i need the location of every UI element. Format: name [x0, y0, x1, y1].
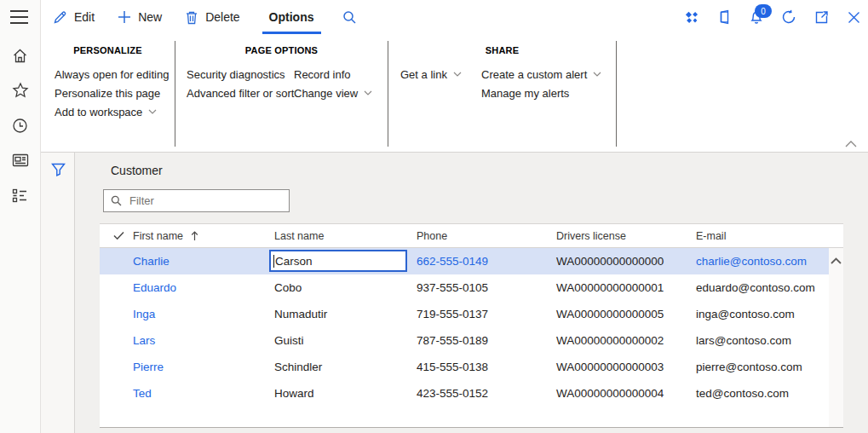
phone-cell[interactable]: 423-555-0152 [415, 387, 555, 400]
table-row[interactable]: Inga Numadutir 719-555-0137 WA0000000000… [100, 301, 843, 327]
workspace: Customer First name Last name Phone Driv… [41, 153, 868, 433]
open-in-new-window-icon[interactable] [813, 9, 829, 25]
first-name-link[interactable]: Ted [132, 387, 273, 400]
recent-clock-icon[interactable] [12, 117, 29, 134]
phone-cell[interactable]: 937-555-0105 [415, 281, 555, 294]
record-info-item[interactable]: Record info [294, 65, 372, 84]
new-label: New [138, 10, 162, 24]
last-name-edit-input[interactable]: Carson [269, 250, 407, 272]
security-diagnostics-item[interactable]: Security diagnostics [187, 65, 294, 84]
sort-ascending-arrow-icon [191, 231, 198, 241]
ribbon-divider [616, 41, 617, 147]
column-header-first-name[interactable]: First name [132, 230, 273, 242]
first-name-link[interactable]: Eduardo [132, 281, 273, 294]
scroll-up-chevron-icon[interactable] [831, 257, 842, 264]
flighting-icon[interactable] [684, 9, 699, 25]
filter-input[interactable] [128, 193, 276, 208]
email-cell[interactable]: ted@contoso.com [694, 387, 829, 400]
search-icon[interactable] [342, 10, 357, 25]
license-cell[interactable]: WA00000000000005 [555, 308, 694, 320]
first-name-link[interactable]: Charlie [132, 255, 273, 268]
column-header-drivers-license[interactable]: Drivers license [555, 230, 694, 242]
collapse-ribbon-chevron-icon[interactable] [845, 141, 857, 147]
personalize-title: PERSONALIZE [41, 44, 175, 56]
select-all-check-icon[interactable] [100, 231, 132, 240]
grid-scrollbar[interactable] [829, 248, 843, 427]
filter-search-icon [111, 195, 122, 206]
left-nav [0, 0, 41, 433]
home-icon[interactable] [12, 47, 29, 64]
phone-cell[interactable]: 719-555-0137 [415, 308, 555, 320]
phone-cell[interactable]: 662-555-0149 [415, 255, 555, 268]
chevron-down-icon [364, 90, 372, 95]
chevron-down-icon [453, 72, 462, 77]
email-cell[interactable]: charlie@contoso.com [694, 255, 829, 268]
first-name-link[interactable]: Inga [132, 308, 273, 320]
personalize-section: PERSONALIZE Always open for editing Pers… [41, 44, 175, 121]
share-title: SHARE [388, 44, 616, 56]
last-name-cell[interactable]: Schindler [273, 361, 415, 373]
last-name-cell[interactable]: Howard [273, 387, 415, 400]
phone-cell[interactable]: 415-555-0138 [415, 361, 555, 373]
manage-my-alerts-item[interactable]: Manage my alerts [481, 84, 601, 102]
get-a-link-item[interactable]: Get a link [400, 65, 481, 84]
grid-filter-box[interactable] [103, 189, 290, 212]
advanced-filter-or-sort-item[interactable]: Advanced filter or sort [187, 84, 294, 102]
delete-button[interactable]: Delete [185, 10, 239, 25]
text-caret [273, 255, 274, 268]
table-row[interactable]: Lars Guisti 787-555-0189 WA0000000000000… [100, 327, 843, 354]
license-cell[interactable]: WA00000000000001 [555, 281, 694, 294]
page-title: Customer [111, 164, 163, 177]
new-button[interactable]: New [118, 10, 162, 24]
grid-header-row: First name Last name Phone Drivers licen… [100, 224, 843, 248]
column-header-last-name[interactable]: Last name [273, 230, 415, 242]
filter-funnel-icon[interactable] [51, 163, 66, 176]
share-section: SHARE Get a link Create a custom alert M… [388, 44, 616, 102]
favorites-star-icon[interactable] [12, 82, 29, 99]
email-cell[interactable]: eduardo@contoso.com [694, 281, 829, 294]
close-icon[interactable] [846, 9, 861, 25]
email-cell[interactable]: inga@contoso.com [694, 308, 829, 320]
table-row[interactable]: Ted Howard 423-555-0152 WA00000000000004… [100, 380, 843, 407]
plus-icon [118, 10, 131, 24]
table-row[interactable]: Charlie Carson 662-555-0149 WA0000000000… [100, 248, 843, 274]
menu-icon[interactable] [10, 10, 28, 24]
first-name-link[interactable]: Pierre [132, 361, 273, 373]
modules-icon[interactable] [12, 187, 29, 204]
email-cell[interactable]: lars@contoso.com [694, 334, 829, 347]
license-cell[interactable]: WA00000000000002 [555, 334, 694, 347]
options-label: Options [269, 10, 314, 24]
column-header-phone[interactable]: Phone [415, 230, 555, 242]
workspaces-icon[interactable] [12, 152, 29, 169]
table-row[interactable]: Pierre Schindler 415-555-0138 WA00000000… [100, 354, 843, 380]
table-row[interactable]: Eduardo Cobo 937-555-0105 WA000000000000… [100, 274, 843, 301]
last-name-cell[interactable]: Guisti [273, 334, 415, 347]
first-name-link[interactable]: Lars [132, 334, 273, 347]
edit-label: Edit [74, 10, 95, 24]
options-ribbon: PERSONALIZE Always open for editing Pers… [41, 34, 868, 153]
notifications-bell-icon[interactable]: 0 [749, 9, 764, 25]
page-options-section: PAGE OPTIONS Security diagnostics Advanc… [175, 44, 388, 102]
filter-pane-strip [41, 153, 75, 433]
email-cell[interactable]: pierre@contoso.com [694, 361, 829, 373]
last-name-cell[interactable]: Numadutir [273, 308, 415, 320]
refresh-icon[interactable] [781, 9, 796, 25]
phone-cell[interactable]: 787-555-0189 [415, 334, 555, 347]
license-cell[interactable]: WA00000000000003 [555, 361, 694, 373]
page-options-title: PAGE OPTIONS [175, 44, 388, 56]
customer-grid: First name Last name Phone Drivers licen… [100, 223, 843, 428]
add-to-workspace-item[interactable]: Add to workspace [41, 102, 175, 121]
edit-button[interactable]: Edit [53, 10, 95, 25]
license-cell[interactable]: WA00000000000004 [555, 387, 694, 400]
always-open-for-editing-item[interactable]: Always open for editing [41, 65, 175, 84]
column-header-email[interactable]: E-mail [694, 230, 829, 242]
options-tab[interactable]: Options [261, 0, 323, 34]
personalize-this-page-item[interactable]: Personalize this page [41, 84, 175, 102]
change-view-item[interactable]: Change view [294, 84, 372, 102]
last-name-cell[interactable]: Cobo [273, 281, 415, 294]
create-a-custom-alert-item[interactable]: Create a custom alert [481, 65, 601, 84]
pencil-icon [53, 10, 67, 25]
dynamics-icon[interactable] [716, 9, 732, 25]
notification-badge: 0 [755, 4, 772, 18]
license-cell[interactable]: WA00000000000000 [555, 255, 694, 268]
